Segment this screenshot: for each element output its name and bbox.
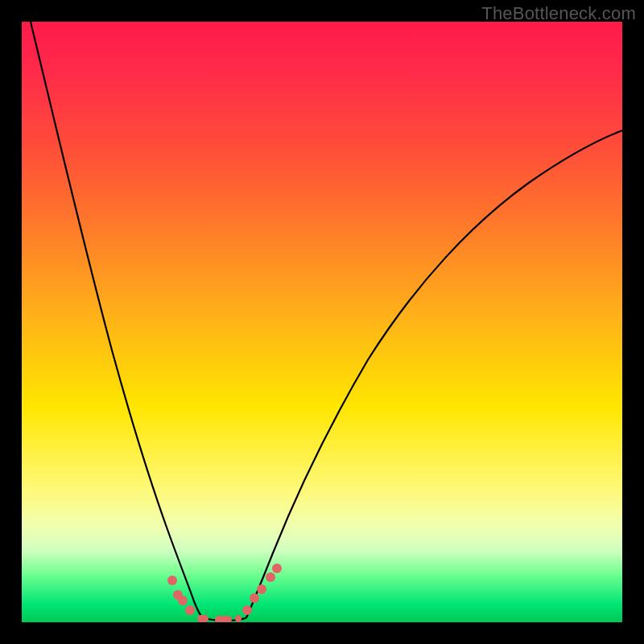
frame: TheBottleneck.com — [0, 0, 644, 644]
floor-segment — [197, 615, 208, 622]
floor-segment — [235, 615, 242, 622]
right-dot — [242, 605, 252, 615]
left-dot — [167, 576, 177, 585]
right-dot — [272, 564, 282, 573]
curve-group — [31, 22, 622, 621]
left-dot — [178, 596, 188, 605]
floor-segment — [215, 616, 232, 622]
right-dot — [266, 572, 275, 582]
left-dot — [185, 605, 195, 615]
right-curve — [246, 130, 622, 618]
right-dot — [257, 584, 266, 594]
plot-area — [22, 22, 622, 622]
chart-svg — [22, 22, 622, 622]
watermark-text: TheBottleneck.com — [481, 3, 636, 24]
right-dot — [250, 593, 259, 603]
left-curve — [31, 22, 202, 617]
